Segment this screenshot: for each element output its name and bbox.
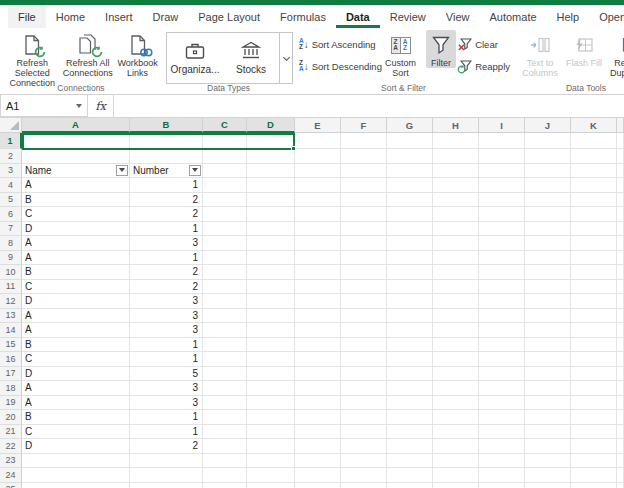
row-header-17[interactable]: 17 <box>0 367 22 382</box>
cell-partial-15[interactable] <box>617 338 624 353</box>
cell-A11[interactable]: C <box>22 280 130 295</box>
column-header-partial[interactable] <box>617 118 624 133</box>
cell-B8[interactable]: 3 <box>130 236 203 251</box>
cell-E7[interactable] <box>295 222 341 237</box>
cell-B23[interactable] <box>130 454 203 469</box>
column-header-A[interactable]: A <box>22 118 130 133</box>
column-header-C[interactable]: C <box>203 118 247 133</box>
tab-automate[interactable]: Automate <box>479 5 546 28</box>
cell-partial-7[interactable] <box>617 222 624 237</box>
column-header-I[interactable]: I <box>479 118 525 133</box>
cell-I5[interactable] <box>479 193 525 208</box>
cell-G15[interactable] <box>387 338 433 353</box>
cell-H8[interactable] <box>433 236 479 251</box>
cell-E15[interactable] <box>295 338 341 353</box>
cell-A10[interactable]: B <box>22 265 130 280</box>
cell-D7[interactable] <box>247 222 295 237</box>
cell-partial-2[interactable] <box>617 149 624 164</box>
cell-I9[interactable] <box>479 251 525 266</box>
cell-H25[interactable] <box>433 483 479 488</box>
organization-data-type[interactable]: Organiza... <box>167 33 223 83</box>
cell-F17[interactable] <box>341 367 387 382</box>
row-header-22[interactable]: 22 <box>0 439 22 454</box>
cell-H24[interactable] <box>433 468 479 483</box>
cell-D9[interactable] <box>247 251 295 266</box>
cell-E14[interactable] <box>295 323 341 338</box>
cell-J12[interactable] <box>525 294 571 309</box>
cell-K20[interactable] <box>571 410 617 425</box>
tab-page-layout[interactable]: Page Layout <box>188 5 270 28</box>
cell-G12[interactable] <box>387 294 433 309</box>
cell-E24[interactable] <box>295 468 341 483</box>
cell-B18[interactable]: 3 <box>130 381 203 396</box>
cell-E23[interactable] <box>295 454 341 469</box>
cell-E6[interactable] <box>295 207 341 222</box>
cell-I12[interactable] <box>479 294 525 309</box>
cell-E22[interactable] <box>295 439 341 454</box>
cell-F24[interactable] <box>341 468 387 483</box>
cell-B15[interactable]: 1 <box>130 338 203 353</box>
tab-formulas[interactable]: Formulas <box>270 5 336 28</box>
cell-C7[interactable] <box>203 222 247 237</box>
custom-sort-button[interactable]: ZA AZ Custom Sort <box>382 30 419 78</box>
cell-E9[interactable] <box>295 251 341 266</box>
cell-E8[interactable] <box>295 236 341 251</box>
cell-F8[interactable] <box>341 236 387 251</box>
column-header-F[interactable]: F <box>341 118 387 133</box>
cell-C4[interactable] <box>203 178 247 193</box>
cell-J20[interactable] <box>525 410 571 425</box>
cell-I7[interactable] <box>479 222 525 237</box>
cell-partial-18[interactable] <box>617 381 624 396</box>
cell-B4[interactable]: 1 <box>130 178 203 193</box>
cell-B2[interactable] <box>130 149 203 164</box>
cell-G9[interactable] <box>387 251 433 266</box>
cell-H6[interactable] <box>433 207 479 222</box>
row-header-6[interactable]: 6 <box>0 207 22 222</box>
cell-G20[interactable] <box>387 410 433 425</box>
cell-D23[interactable] <box>247 454 295 469</box>
cell-G22[interactable] <box>387 439 433 454</box>
cell-E2[interactable] <box>295 149 341 164</box>
cell-C13[interactable] <box>203 309 247 324</box>
cell-D22[interactable] <box>247 439 295 454</box>
cell-B12[interactable]: 3 <box>130 294 203 309</box>
cell-D19[interactable] <box>247 396 295 411</box>
cell-D12[interactable] <box>247 294 295 309</box>
cell-D8[interactable] <box>247 236 295 251</box>
tab-view[interactable]: View <box>436 5 480 28</box>
cell-H16[interactable] <box>433 352 479 367</box>
tab-help[interactable]: Help <box>547 5 590 28</box>
row-header-20[interactable]: 20 <box>0 410 22 425</box>
cell-E25[interactable] <box>295 483 341 488</box>
cell-A1[interactable] <box>22 133 130 149</box>
tab-open[interactable]: Open <box>589 5 624 28</box>
cell-I1[interactable] <box>479 133 525 149</box>
cell-B7[interactable]: 1 <box>130 222 203 237</box>
cell-K10[interactable] <box>571 265 617 280</box>
cell-C9[interactable] <box>203 251 247 266</box>
tab-data[interactable]: Data <box>336 5 380 28</box>
cell-D4[interactable] <box>247 178 295 193</box>
cell-partial-9[interactable] <box>617 251 624 266</box>
cell-partial-25[interactable] <box>617 483 624 488</box>
cell-G7[interactable] <box>387 222 433 237</box>
cell-H1[interactable] <box>433 133 479 149</box>
cell-partial-5[interactable] <box>617 193 624 208</box>
cell-B10[interactable]: 2 <box>130 265 203 280</box>
cell-C23[interactable] <box>203 454 247 469</box>
cell-A4[interactable]: A <box>22 178 130 193</box>
cell-I8[interactable] <box>479 236 525 251</box>
cell-I13[interactable] <box>479 309 525 324</box>
cell-G17[interactable] <box>387 367 433 382</box>
cell-A3[interactable]: Name <box>22 164 130 179</box>
cell-A23[interactable] <box>22 454 130 469</box>
row-header-24[interactable]: 24 <box>0 468 22 483</box>
cell-B19[interactable]: 3 <box>130 396 203 411</box>
cell-E1[interactable] <box>295 133 341 149</box>
cell-D11[interactable] <box>247 280 295 295</box>
column-header-E[interactable]: E <box>295 118 341 133</box>
cell-partial-16[interactable] <box>617 352 624 367</box>
row-header-4[interactable]: 4 <box>0 178 22 193</box>
cell-I2[interactable] <box>479 149 525 164</box>
cell-I15[interactable] <box>479 338 525 353</box>
